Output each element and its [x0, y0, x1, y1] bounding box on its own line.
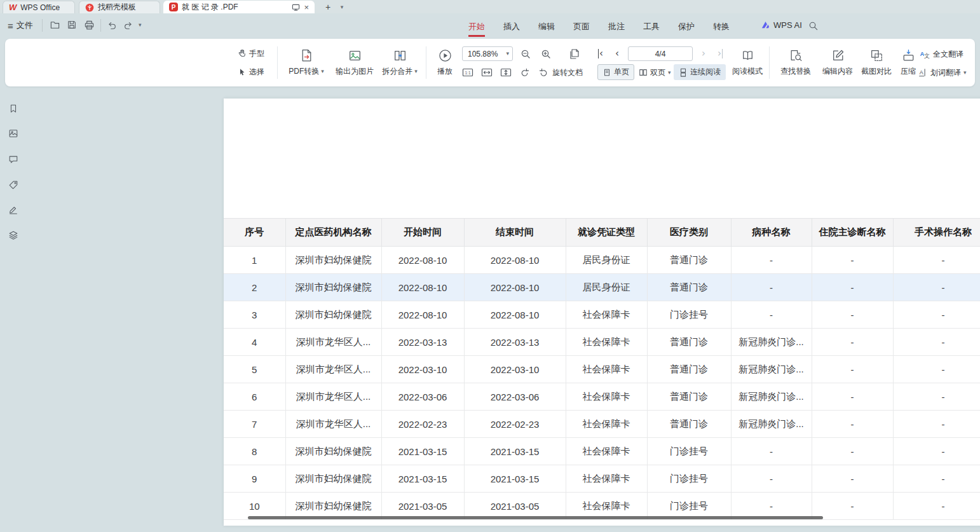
column-header: 序号 — [224, 219, 285, 247]
ribbon-tab-home[interactable]: 开始 — [468, 16, 485, 37]
table-cell: 深圳市妇幼保健院 — [285, 301, 381, 329]
table-cell: 2022-08-10 — [464, 274, 566, 301]
signature-panel-button[interactable] — [7, 203, 20, 216]
single-page-button[interactable]: 单页 — [597, 64, 634, 80]
wps-ai-button[interactable]: WPS AI — [761, 20, 802, 30]
save-button[interactable] — [67, 20, 77, 30]
table-cell: - — [812, 329, 893, 356]
zoom-level-select[interactable]: 105.88% ▾ — [462, 46, 513, 61]
edit-content-label: 编辑内容 — [822, 66, 853, 77]
select-tool-button[interactable]: 选择 — [238, 65, 264, 79]
open-file-button[interactable] — [50, 20, 60, 31]
fit-page-button[interactable] — [500, 65, 512, 79]
tab-list-dropdown[interactable]: ▾ — [336, 1, 348, 13]
rotate-left-button[interactable] — [519, 65, 531, 79]
wps-ai-label: WPS AI — [773, 20, 802, 30]
pdf-page: 序号定点医药机构名称开始时间结束时间就诊凭证类型医疗类别病种名称住院主诊断名称手… — [224, 99, 980, 526]
divider — [426, 46, 426, 79]
column-header: 手术操作名称 — [893, 219, 980, 247]
docer-icon — [85, 3, 94, 12]
edit-content-button[interactable]: 编辑内容 — [817, 43, 858, 82]
table-cell: 8 — [224, 438, 285, 465]
new-tab-button[interactable]: + — [322, 1, 334, 13]
extract-pages-button[interactable] — [566, 46, 583, 62]
column-header: 开始时间 — [381, 219, 464, 247]
zoom-in-button[interactable] — [538, 46, 554, 61]
play-button[interactable]: 播放 — [428, 43, 461, 82]
export-image-button[interactable]: 输出为图片 — [329, 43, 380, 82]
tab-document-label: 就 医 记 录 .PDF — [182, 2, 288, 13]
table-cell: - — [893, 383, 980, 411]
split-merge-button[interactable]: 拆分合并▾ — [376, 43, 423, 82]
previous-page-button[interactable]: ‹ — [610, 47, 624, 60]
table-cell: 深圳市龙华区人... — [285, 411, 381, 438]
table-cell: 2022-02-23 — [381, 411, 464, 438]
thumbnails-panel-button[interactable] — [7, 127, 20, 140]
printer-icon — [84, 20, 95, 31]
wps-logo-icon: W — [9, 3, 17, 11]
undo-button[interactable] — [107, 20, 117, 31]
table-cell: 深圳市龙华区人... — [285, 329, 381, 356]
fit-width-button[interactable] — [480, 65, 493, 79]
tab-wps-office[interactable]: W WPS Office — [3, 1, 75, 13]
close-tab-icon[interactable]: × — [304, 3, 309, 11]
horizontal-scrollbar[interactable] — [248, 516, 823, 519]
bookmarks-panel-button[interactable] — [7, 102, 20, 115]
table-cell: 门诊挂号 — [647, 438, 731, 465]
full-text-translate-button[interactable]: A文 全文翻译 — [919, 47, 963, 61]
table-cell: 1 — [224, 247, 285, 274]
document-viewport[interactable]: 序号定点医药机构名称开始时间结束时间就诊凭证类型医疗类别病种名称住院主诊断名称手… — [25, 86, 980, 532]
word-translate-button[interactable]: A 划词翻译 ▾ — [918, 65, 967, 79]
ribbon-tabs: 开始 插入 编辑 页面 批注 工具 保护 转换 — [468, 16, 730, 37]
export-image-icon — [348, 48, 362, 63]
hand-tool-button[interactable]: 手型 — [238, 46, 264, 60]
ribbon-tab-edit[interactable]: 编辑 — [538, 16, 555, 37]
redo-button[interactable] — [123, 20, 133, 31]
undo-redo-dropdown[interactable]: ▾ — [139, 22, 142, 28]
tag-icon — [8, 180, 18, 190]
menu-search-button[interactable] — [808, 20, 819, 31]
last-page-button[interactable]: › — [713, 47, 727, 60]
page-number-input[interactable] — [628, 46, 693, 61]
select-tool-label: 选择 — [249, 67, 264, 78]
layers-panel-button[interactable] — [7, 229, 20, 242]
column-header: 病种名称 — [731, 219, 812, 247]
find-replace-button[interactable]: 查找替换 — [773, 43, 819, 82]
table-cell: 普通门诊 — [647, 247, 731, 274]
table-cell: - — [893, 247, 980, 274]
table-cell: - — [812, 465, 893, 493]
tab-docer[interactable]: 找稻壳模板 — [79, 1, 160, 13]
next-page-button[interactable]: › — [697, 47, 711, 60]
ribbon-tab-insert[interactable]: 插入 — [503, 16, 520, 37]
ribbon-toolbar: 手型 选择 PDF转换▾ 输出为图片 拆分合并▾ 播放 105.88% ▾ ‹ … — [5, 39, 975, 86]
ribbon-tab-tools[interactable]: 工具 — [643, 16, 660, 37]
table-row: 3深圳市妇幼保健院2022-08-102022-08-10社会保障卡门诊挂号--… — [224, 301, 980, 329]
table-cell: 社会保障卡 — [566, 356, 647, 383]
screenshot-compare-button[interactable]: 截图对比 — [857, 43, 896, 82]
print-button[interactable] — [84, 20, 95, 31]
first-page-icon: ‹ — [598, 49, 603, 58]
table-cell: 2022-03-13 — [464, 329, 566, 356]
rotate-document-button[interactable]: 旋转文档 — [538, 65, 583, 79]
actual-size-button[interactable]: 1:1 — [461, 65, 474, 79]
ribbon-tab-page[interactable]: 页面 — [573, 16, 590, 37]
folder-icon — [50, 20, 60, 31]
double-page-button[interactable]: 双页 ▾ — [639, 65, 671, 79]
word-translate-icon: A — [918, 67, 928, 78]
table-cell: 2022-08-10 — [464, 301, 566, 329]
tab-document[interactable]: P 就 医 记 录 .PDF × — [163, 1, 315, 13]
ribbon-tab-convert[interactable]: 转换 — [713, 16, 730, 37]
monitor-icon[interactable] — [292, 3, 300, 11]
ribbon-tab-comment[interactable]: 批注 — [608, 16, 625, 37]
ribbon-tab-protect[interactable]: 保护 — [678, 16, 695, 37]
table-cell: 门诊挂号 — [647, 465, 731, 493]
zoom-out-button[interactable] — [517, 46, 534, 61]
pdf-convert-button[interactable]: PDF转换▾ — [281, 43, 332, 82]
file-menu-button[interactable]: ≡ 文件 — [8, 20, 33, 31]
annotations-panel-button[interactable] — [7, 179, 20, 191]
continuous-reading-button[interactable]: 连续阅读 — [674, 64, 726, 80]
hand-icon — [238, 49, 247, 58]
comments-panel-button[interactable] — [7, 153, 20, 166]
reading-mode-button[interactable]: 阅读模式 — [728, 43, 766, 82]
first-page-button[interactable]: ‹ — [594, 47, 608, 60]
